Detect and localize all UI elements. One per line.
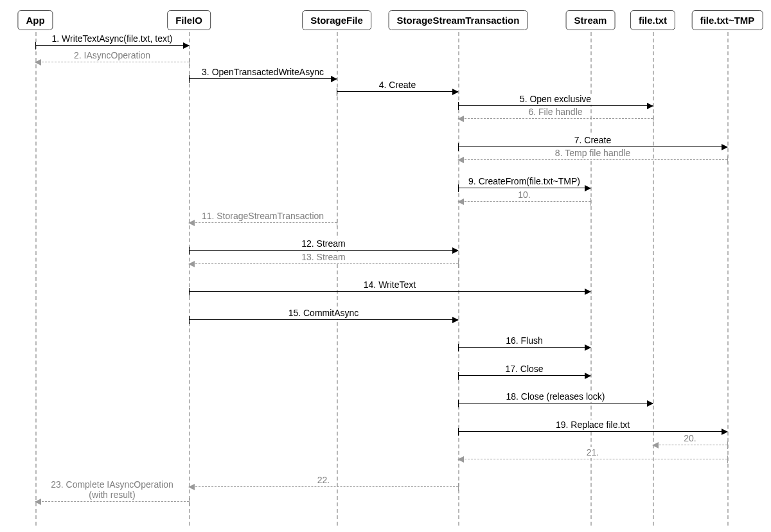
participant-tmp: file.txt~TMP [692, 10, 763, 30]
message-9-label: 9. CreateFrom(file.txt~TMP) [465, 176, 583, 187]
message-1-arrow [35, 45, 189, 46]
lifeline-tmp [727, 32, 729, 526]
message-2-label: 2. IAsyncOperation [71, 50, 154, 61]
message-3-arrow [189, 78, 337, 79]
message-1-label: 1. WriteTextAsync(file.txt, text) [48, 33, 175, 44]
message-5-arrow [458, 105, 653, 106]
message-8-arrow [458, 159, 727, 160]
message-15-label: 15. CommitAsync [285, 308, 362, 319]
message-23-label: 23. Complete IAsyncOperation(with result… [48, 479, 177, 501]
lifeline-app [35, 32, 37, 526]
message-7-label: 7. Create [571, 135, 615, 146]
message-15-arrow [189, 319, 458, 320]
participant-f: file.txt [630, 10, 675, 30]
message-6-arrow [458, 118, 653, 119]
message-4-label: 4. Create [376, 80, 420, 91]
message-21-arrow [458, 459, 727, 459]
message-14-arrow [189, 291, 590, 292]
message-13-arrow [189, 263, 458, 264]
message-16-label: 16. Flush [502, 335, 546, 346]
participant-sfile: StorageFile [302, 10, 371, 30]
message-19-label: 19. Replace file.txt [553, 420, 633, 430]
message-11-label: 11. StorageStreamTransaction [199, 211, 327, 222]
participant-app: App [17, 10, 53, 30]
message-5-label: 5. Open exclusive [517, 94, 594, 105]
lifeline-sfile [337, 32, 338, 526]
message-14-label: 14. WriteText [360, 279, 419, 290]
participant-fileio: FileIO [167, 10, 211, 30]
message-4-arrow [337, 91, 458, 92]
message-11-arrow [189, 222, 337, 223]
message-2-arrow [35, 62, 189, 62]
message-20-arrow [653, 445, 727, 445]
message-22-arrow [189, 486, 458, 487]
message-9-arrow [458, 188, 590, 188]
message-13-label: 13. Stream [298, 252, 348, 263]
message-21-label: 21. [583, 447, 602, 458]
message-3-label: 3. OpenTransactedWriteAsync [199, 67, 327, 78]
message-6-label: 6. File handle [525, 107, 585, 118]
participant-stream: Stream [566, 10, 616, 30]
message-8-label: 8. Temp file handle [552, 148, 634, 159]
message-18-arrow [458, 403, 653, 403]
message-10-label: 10. [515, 190, 533, 200]
message-22-label: 22. [314, 475, 333, 486]
message-17-label: 17. Close [502, 364, 546, 375]
message-23-arrow [35, 501, 189, 502]
sequence-diagram: AppFileIOStorageFileStorageStreamTransac… [0, 0, 771, 532]
message-18-label: 18. Close (releases lock) [502, 391, 608, 402]
message-16-arrow [458, 347, 590, 348]
message-17-arrow [458, 375, 590, 376]
message-10-arrow [458, 201, 590, 202]
message-7-arrow [458, 146, 727, 147]
message-19-arrow [458, 431, 727, 432]
lifeline-fileio [189, 32, 190, 526]
message-12-label: 12. Stream [298, 238, 348, 249]
message-12-arrow [189, 250, 458, 251]
message-20-label: 20. [680, 433, 699, 444]
participant-sst: StorageStreamTransaction [389, 10, 528, 30]
